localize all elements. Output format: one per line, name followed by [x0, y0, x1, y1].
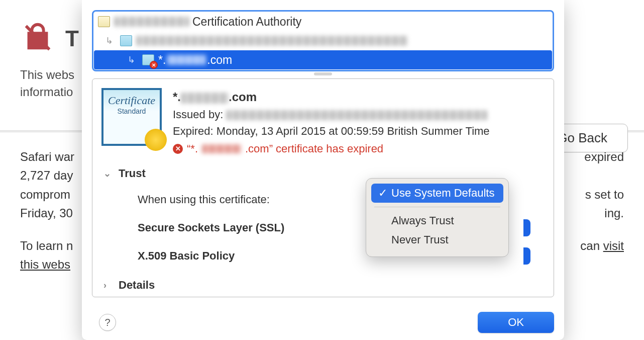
- redacted-text: [167, 55, 206, 65]
- dropdown-option-label: Use System Defaults: [391, 187, 494, 200]
- certificate-large-icon: Certificate Standard: [101, 88, 162, 146]
- certificate-dialog: Certification Authority ↳ ↳ ✕ *. .com Ce…: [82, 0, 564, 340]
- redacted-text: [181, 93, 229, 104]
- ok-button[interactable]: OK: [478, 312, 554, 333]
- tree-indent-icon: ↳: [120, 54, 142, 65]
- tree-indent-icon: ↳: [98, 35, 120, 46]
- chevron-right-icon: ›: [103, 280, 112, 291]
- dropdown-option-system-defaults[interactable]: ✓ Use System Defaults: [371, 184, 503, 203]
- redacted-text: [114, 17, 189, 27]
- error-learn-fragment: To learn n: [20, 239, 73, 252]
- resize-handle[interactable]: [314, 72, 332, 75]
- details-section-header[interactable]: › Details: [103, 279, 545, 292]
- checkmark-icon: ✓: [378, 187, 386, 200]
- error-detail-fragment: Friday, 30: [20, 206, 73, 220]
- certificate-standard-label: Standard: [103, 107, 160, 115]
- error-title-fragment: T: [65, 26, 79, 51]
- cert-name-suffix: .com: [229, 90, 257, 104]
- certificate-icon: [120, 35, 132, 46]
- dropdown-option-never-trust[interactable]: Never Trust: [371, 230, 503, 249]
- dropdown-option-label: Never Trust: [391, 233, 449, 246]
- chain-leaf-row[interactable]: ↳ ✕ *. .com: [94, 50, 552, 69]
- error-detail-fragment: Safari war: [20, 150, 74, 163]
- error-detail-fragment: 2,727 day: [20, 168, 73, 182]
- certificate-script-label: Certificate: [103, 94, 160, 107]
- trust-x509-label: X.509 Basic Policy: [101, 249, 383, 263]
- error-learn-fragment: can: [580, 239, 603, 252]
- dropdown-option-label: Always Trust: [391, 214, 454, 227]
- trust-when-using-label: When using this certificate:: [101, 193, 383, 206]
- error-text-suffix: .com” certificate has expired: [245, 140, 383, 157]
- redacted-text: [202, 144, 241, 153]
- error-text-prefix: “*.: [187, 140, 198, 157]
- error-badge-icon: ✕: [173, 144, 183, 154]
- chain-leaf-prefix: *.: [158, 53, 166, 67]
- chain-leaf-suffix: .com: [207, 53, 232, 67]
- chain-root-label: Certification Authority: [192, 15, 301, 29]
- expired-line: Expired: Monday, 13 April 2015 at 00:59:…: [173, 123, 490, 139]
- issued-by-label: Issued by:: [173, 108, 226, 121]
- trust-x509-select[interactable]: [523, 247, 530, 265]
- dropdown-separator: [374, 207, 500, 207]
- visit-website-link[interactable]: this webs: [20, 258, 70, 271]
- trust-section-label: Trust: [119, 167, 146, 180]
- certificate-icon: ✕: [142, 54, 154, 65]
- visit-link[interactable]: visit: [603, 239, 624, 252]
- redacted-text: [226, 110, 487, 120]
- certificate-icon: [98, 16, 110, 27]
- redacted-text: [136, 36, 407, 46]
- certificate-chain-list[interactable]: Certification Authority ↳ ↳ ✕ *. .com: [92, 10, 554, 71]
- chevron-down-icon: ⌄: [103, 168, 112, 179]
- cert-name-prefix: *.: [173, 90, 181, 104]
- details-section-label: Details: [119, 279, 155, 292]
- dropdown-option-always-trust[interactable]: Always Trust: [371, 211, 503, 230]
- error-detail-fragment: s set to: [585, 185, 624, 204]
- trust-ssl-select[interactable]: [523, 219, 530, 236]
- dialog-help-button[interactable]: ?: [99, 314, 116, 331]
- trust-ssl-label: Secure Sockets Layer (SSL): [101, 221, 383, 234]
- ssl-broken-lock-icon: [20, 20, 55, 57]
- error-detail-fragment: ing.: [604, 204, 624, 222]
- chain-root-row[interactable]: Certification Authority: [94, 12, 552, 31]
- trust-policy-dropdown: ✓ Use System Defaults Always Trust Never…: [366, 178, 509, 257]
- error-badge-icon: ✕: [150, 61, 158, 69]
- chain-intermediate-row[interactable]: ↳: [94, 31, 552, 50]
- error-detail-fragment: comprom: [20, 188, 70, 201]
